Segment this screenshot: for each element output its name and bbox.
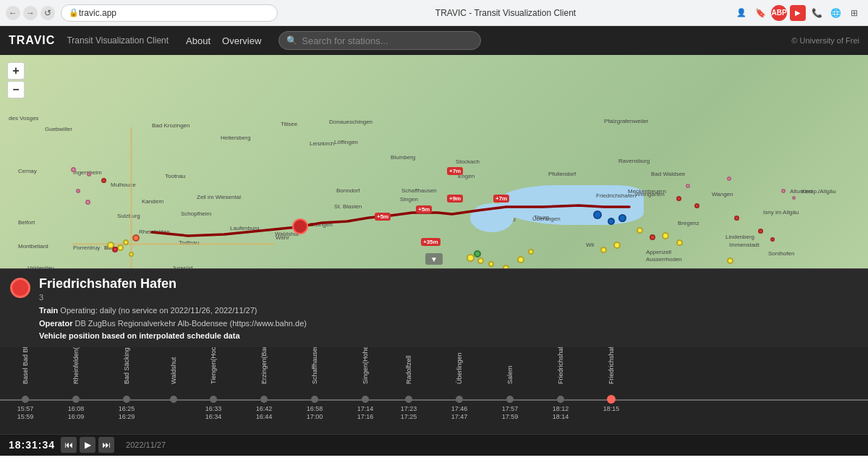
- zoom-out-button[interactable]: −: [7, 81, 25, 98]
- station-time-1: 17:14: [357, 405, 374, 412]
- address-bar[interactable]: 🔒 travic.app: [61, 4, 278, 22]
- timeline-station[interactable]: Rheinfelden(Baden)16:0816:09: [72, 347, 80, 390]
- station-time-1: 18:12: [553, 405, 569, 412]
- timeline-station[interactable]: Friedrichshafen Hafen18:15: [608, 347, 615, 390]
- station-name-label: Salem: [506, 347, 514, 384]
- app-logo: TRAVIC: [9, 34, 55, 47]
- bottom-controls[interactable]: ⏮ ▶ ⏭: [61, 437, 114, 453]
- abp-icon[interactable]: ABP: [771, 5, 787, 21]
- station-time-1: 16:58: [307, 405, 323, 412]
- timeline-wrapper: Basel Bad Bf15:5715:59Rheinfelden(Baden)…: [0, 347, 868, 434]
- profile-icon[interactable]: 👤: [733, 5, 749, 21]
- timeline-station[interactable]: Bad Säckingen16:2516:29: [123, 347, 130, 390]
- scatter-dot: [781, 189, 786, 193]
- scatter-dot: [694, 203, 699, 208]
- station-time-1: 17:23: [401, 405, 417, 412]
- station-dot: [22, 396, 29, 403]
- scatter-dot: [676, 196, 681, 201]
- play-button[interactable]: ▶: [80, 437, 95, 453]
- cluster-dot-blue: [618, 214, 626, 222]
- about-link[interactable]: About: [186, 35, 210, 46]
- delay-badge: +35m: [421, 238, 441, 246]
- timeline-station[interactable]: Basel Bad Bf15:5715:59: [22, 347, 29, 390]
- station-details: Train Operating: daily (no service on 20…: [39, 305, 858, 343]
- scatter-dot: [101, 178, 106, 183]
- timeline-station[interactable]: Friedrichshafen Stadt18:1218:14: [557, 347, 564, 390]
- browser-nav-buttons[interactable]: ← → ↺: [6, 6, 55, 20]
- cluster-dot: [488, 261, 494, 267]
- globe-icon[interactable]: 🌐: [827, 5, 843, 21]
- station-time-2: 17:00: [307, 413, 323, 420]
- station-time-2: 17:16: [357, 413, 374, 420]
- timeline-station[interactable]: Radolfzell17:2317:25: [405, 347, 412, 390]
- route-svg: [0, 55, 868, 268]
- station-dot: [506, 396, 514, 403]
- station-time-1: 17:57: [502, 405, 519, 412]
- search-bar[interactable]: 🔍: [278, 31, 481, 50]
- youtube-icon[interactable]: ▶: [790, 5, 806, 21]
- expand-arrow[interactable]: ▼: [425, 253, 443, 265]
- station-name-label: Basel Bad Bf: [22, 347, 29, 384]
- station-time-1: 18:15: [603, 405, 620, 412]
- timeline-station[interactable]: Salem17:5717:59: [506, 347, 514, 390]
- scatter-dot: [770, 237, 775, 242]
- station-dot: [311, 396, 318, 403]
- forward-button[interactable]: ⏭: [98, 437, 114, 453]
- cluster-dot-blue: [593, 210, 602, 219]
- station-time-2: 15:59: [17, 413, 34, 420]
- station-time-1: 16:33: [205, 405, 222, 412]
- cluster-dot: [503, 265, 509, 268]
- menu-icon[interactable]: ⊞: [846, 5, 862, 21]
- cluster-dot: [637, 227, 643, 234]
- zoom-in-button[interactable]: +: [7, 62, 25, 80]
- timeline-station[interactable]: Singen(Hohentwiel)17:1417:16: [362, 347, 369, 390]
- scatter-dot: [727, 258, 733, 264]
- station-time-1: 17:46: [451, 405, 468, 412]
- timeline-station[interactable]: Erzingen(Baden)16:4216:44: [260, 347, 268, 390]
- map-container[interactable]: des Vosges Guebwiller Bad Krozingen Heit…: [0, 55, 868, 268]
- map-controls: + −: [7, 62, 25, 98]
- scatter-dot: [87, 172, 91, 176]
- timeline-station[interactable]: Tiengen(Hochrhein)16:3316:34: [210, 347, 217, 390]
- station-name-label: Überlingen: [456, 347, 463, 384]
- rewind-button[interactable]: ⏮: [61, 437, 77, 453]
- timeline-station[interactable]: Überlingen17:4617:47: [456, 347, 463, 390]
- cluster-dot: [662, 232, 669, 239]
- back-button[interactable]: ←: [6, 6, 20, 20]
- page-title: TRAVIC - Transit Visualization Client: [284, 8, 728, 18]
- search-input[interactable]: [302, 35, 473, 46]
- scatter-dot: [85, 200, 90, 205]
- forward-button[interactable]: →: [23, 6, 38, 20]
- url-display: travic.app: [79, 8, 116, 18]
- cluster-dot: [117, 244, 124, 251]
- delay-badge: +7m: [493, 195, 509, 203]
- reload-button[interactable]: ↺: [41, 6, 55, 20]
- bookmark-icon[interactable]: 🔖: [752, 5, 768, 21]
- operator-label: Operator: [39, 319, 72, 328]
- station-operating: Operating: daily (no service on 2022/11/…: [60, 306, 257, 315]
- station-time-1: 16:42: [256, 405, 273, 412]
- cluster-dot: [517, 256, 524, 263]
- timeline-station[interactable]: Waldshut: [170, 347, 177, 390]
- cluster-dot: [600, 247, 607, 253]
- station-dot: [210, 396, 217, 403]
- station-info: Friedrichshafen Hafen 3 Train Operating:…: [39, 276, 858, 343]
- station-type: Train: [39, 306, 58, 315]
- scatter-dot: [727, 176, 731, 181]
- station-time-1: 16:08: [68, 405, 85, 412]
- browser-actions[interactable]: 👤 🔖 ABP ▶ 📞 🌐 ⊞: [733, 5, 862, 21]
- station-name-label: Rheinfelden(Baden): [72, 347, 80, 384]
- info-panel: Friedrichshafen Hafen 3 Train Operating:…: [0, 268, 868, 347]
- overview-link[interactable]: Overview: [222, 35, 261, 46]
- cluster-dot: [123, 239, 129, 245]
- phone-icon[interactable]: 📞: [809, 5, 825, 21]
- nav-links: About Overview: [186, 35, 261, 46]
- station-time-1: 15:57: [17, 405, 34, 412]
- timeline-container: Basel Bad Bf15:5715:59Rheinfelden(Baden)…: [0, 347, 868, 434]
- cluster-dot: [650, 234, 655, 240]
- station-line-number: 3: [39, 293, 858, 302]
- timeline-station[interactable]: Schaffhausen16:5817:00: [311, 347, 318, 390]
- station-time-2: 16:29: [119, 413, 135, 420]
- station-time-2: 17:25: [401, 413, 417, 420]
- station-operator: DB ZugBus Regionalverkehr Alb-Bodensee (…: [75, 319, 307, 328]
